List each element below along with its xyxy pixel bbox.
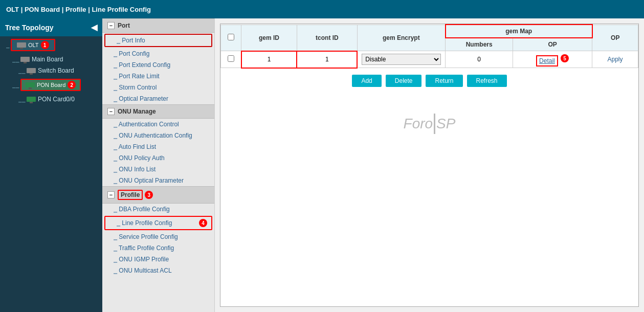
- nav-traffic-profile-config[interactable]: ⎯ Traffic Profile Config: [102, 242, 214, 254]
- line-profile-badge: 4: [199, 219, 207, 227]
- nav-port-info[interactable]: ⎯ Port Info: [104, 34, 212, 47]
- pon-card-icon: [27, 97, 36, 102]
- table-row: 1 1 Disable Enable 0 Detail 5: [221, 51, 638, 68]
- onu-manage-section-label: ONU Manage: [118, 108, 156, 115]
- olt-badge: 1: [41, 41, 49, 49]
- sidebar-header: Tree Topology ◀: [0, 18, 102, 36]
- nav-storm-control[interactable]: ⎯ Storm Control: [102, 82, 214, 93]
- profile-collapse-btn[interactable]: −: [107, 191, 115, 198]
- top-header: OLT | PON Board | Profile | Line Profile…: [0, 0, 644, 18]
- col-gem-map-op: OP: [513, 38, 592, 51]
- breadcrumb: OLT | PON Board | Profile | Line Profile…: [6, 6, 151, 13]
- nav-onu-info-list[interactable]: ⎯ ONU Info List: [102, 164, 214, 175]
- sidebar-title: Tree Topology: [5, 24, 54, 32]
- action-buttons: Add Delete Return Refresh: [220, 69, 638, 93]
- cell-gem-encrypt: Disable Enable: [357, 51, 445, 68]
- data-table: gem ID tcont ID gem Encrypt gem Map OP N…: [220, 24, 638, 69]
- tree-main-board[interactable]: ⎯⎯ Main Board: [0, 54, 102, 65]
- refresh-button[interactable]: Refresh: [467, 75, 507, 87]
- tree-switch-board[interactable]: ⎯⎯ Switch Board: [0, 65, 102, 76]
- olt-label: OLT: [28, 42, 39, 48]
- nav-auth-control[interactable]: ⎯ Authentication Control: [102, 119, 214, 130]
- nav-port-rate-limit[interactable]: ⎯ Port Rate Limit: [102, 71, 214, 82]
- watermark: Foro SP: [220, 93, 638, 154]
- detail-link[interactable]: Detail: [536, 55, 558, 66]
- nav-onu-igmp-profile[interactable]: ⎯ ONU IGMP Profile: [102, 254, 214, 265]
- pon-board-label: PON Board: [37, 82, 65, 88]
- add-button[interactable]: Add: [352, 75, 381, 87]
- col-gem-id: gem ID: [241, 25, 297, 51]
- content-area: gem ID tcont ID gem Encrypt gem Map OP N…: [215, 18, 644, 312]
- sidebar: Tree Topology ◀ ⎯ OLT 1 ⎯⎯ Main Board ⎯⎯…: [0, 18, 102, 312]
- nav-onu-auth-config[interactable]: ⎯ ONU Authentication Config: [102, 130, 214, 141]
- nav-section-onu-manage: − ONU Manage: [102, 104, 214, 119]
- main-board-label: Main Board: [32, 56, 63, 63]
- tree-connector: ⎯: [6, 42, 10, 48]
- tree-connector-3: ⎯⎯: [18, 68, 26, 74]
- tree-pon-board-node: ⎯⎯ PON Board 2: [0, 76, 102, 94]
- nav-optical-parameter[interactable]: ⎯ Optical Parameter: [102, 93, 214, 104]
- cell-gem-map-numbers: 0: [446, 51, 513, 68]
- main-board-icon: [20, 57, 30, 62]
- nav-section-port: − Port: [102, 18, 214, 33]
- line-profile-config-label: ⎯ Line Profile Config: [117, 219, 172, 227]
- nav-dba-profile-config[interactable]: ⎯ DBA Profile Config: [102, 204, 214, 215]
- nav-section-profile: − Profile 3: [102, 186, 214, 204]
- nav-service-profile-config[interactable]: ⎯ Service Profile Config: [102, 231, 214, 242]
- col-tcont-id: tcont ID: [297, 25, 357, 51]
- nav-panel: − Port ⎯ Port Info ⎯ Port Config ⎯ Port …: [102, 18, 215, 312]
- nav-port-config[interactable]: ⎯ Port Config: [102, 48, 214, 59]
- return-button[interactable]: Return: [426, 75, 462, 87]
- pon-board-badge: 2: [68, 81, 76, 89]
- tree-connector-2: ⎯⎯: [12, 56, 19, 62]
- switch-board-icon: [27, 68, 36, 73]
- tree-connector-5: ⎯⎯: [18, 96, 26, 102]
- watermark-text2: SP: [436, 116, 455, 132]
- nav-onu-multicast-acl[interactable]: ⎯ ONU Multicast ACL: [102, 265, 214, 276]
- sidebar-collapse-arrow[interactable]: ◀: [91, 23, 97, 32]
- nav-auto-find-list[interactable]: ⎯ Auto Find List: [102, 141, 214, 152]
- data-table-wrapper: gem ID tcont ID gem Encrypt gem Map OP N…: [220, 24, 639, 307]
- profile-section-label: Profile: [118, 190, 143, 200]
- col-op: OP: [592, 25, 638, 51]
- col-gem-encrypt: gem Encrypt: [357, 25, 445, 51]
- profile-badge: 3: [145, 191, 153, 199]
- port-section-label: Port: [118, 22, 130, 29]
- nav-onu-policy-auth[interactable]: ⎯ ONU Policy Auth: [102, 152, 214, 164]
- nav-line-profile-config[interactable]: ⎯ Line Profile Config 4: [104, 216, 212, 230]
- cell-gem-id: 1: [241, 51, 297, 68]
- onu-manage-collapse-btn[interactable]: −: [107, 108, 115, 115]
- watermark-text1: Foro: [404, 116, 433, 132]
- row-checkbox[interactable]: [228, 55, 234, 62]
- encrypt-select[interactable]: Disable Enable: [362, 54, 441, 65]
- cell-op-apply: Apply: [592, 51, 638, 68]
- col-gem-map: gem Map: [446, 25, 592, 38]
- pon-board-icon: [26, 82, 35, 87]
- port-collapse-btn[interactable]: −: [107, 22, 115, 29]
- switch-board-label: Switch Board: [38, 67, 74, 74]
- delete-button[interactable]: Delete: [386, 75, 422, 87]
- olt-item[interactable]: OLT 1: [11, 39, 55, 51]
- pon-board-item[interactable]: PON Board 2: [20, 79, 81, 91]
- nav-onu-optical-param[interactable]: ⎯ ONU Optical Parameter: [102, 175, 214, 186]
- watermark-pipe: [434, 114, 435, 134]
- nav-port-extend-config[interactable]: ⎯ Port Extend Config: [102, 59, 214, 71]
- select-all-checkbox[interactable]: [228, 34, 234, 40]
- tree-pon-card[interactable]: ⎯⎯ PON Card0/0: [0, 94, 102, 105]
- cell-tcont-id: 1: [297, 51, 357, 68]
- apply-link[interactable]: Apply: [608, 56, 623, 63]
- col-gem-map-numbers: Numbers: [446, 38, 513, 51]
- main-layout: Tree Topology ◀ ⎯ OLT 1 ⎯⎯ Main Board ⎯⎯…: [0, 18, 644, 312]
- detail-badge: 5: [561, 54, 569, 62]
- pon-card-label: PON Card0/0: [38, 96, 75, 103]
- olt-device-icon: [17, 42, 26, 48]
- tree-olt-node: ⎯ OLT 1: [0, 36, 102, 54]
- cell-gem-map-op: Detail 5: [513, 51, 592, 68]
- tree-connector-4: ⎯⎯: [12, 82, 19, 88]
